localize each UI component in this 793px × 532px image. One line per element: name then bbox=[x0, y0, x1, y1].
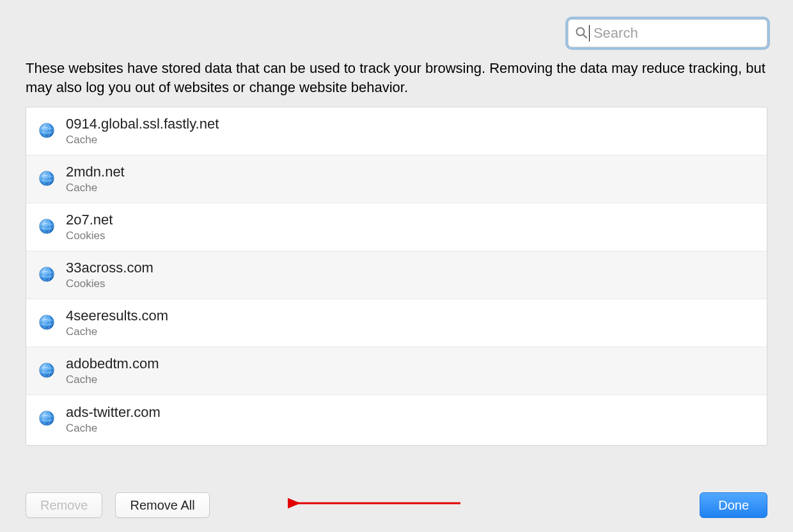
globe-icon bbox=[38, 313, 56, 333]
website-row-text: 2o7.net Cookies bbox=[66, 212, 113, 242]
globe-icon bbox=[38, 169, 56, 189]
svg-point-11 bbox=[40, 267, 54, 282]
website-row[interactable]: 4seeresults.com Cache bbox=[26, 299, 767, 347]
website-row-text: adobedtm.com Cache bbox=[66, 356, 159, 386]
remove-button: Remove bbox=[26, 492, 102, 518]
svg-point-17 bbox=[40, 363, 54, 378]
website-domain: 2mdn.net bbox=[66, 164, 125, 180]
website-row-text: 0914.global.ssl.fastly.net Cache bbox=[66, 116, 219, 146]
dialog-footer: Remove Remove All Done bbox=[26, 492, 767, 518]
website-data-type: Cache bbox=[66, 422, 161, 435]
website-domain: adobedtm.com bbox=[66, 356, 159, 372]
website-row-text: 33across.com Cookies bbox=[66, 260, 153, 290]
globe-icon bbox=[38, 361, 56, 381]
svg-point-2 bbox=[40, 123, 54, 138]
globe-icon bbox=[38, 217, 56, 237]
website-row-text: ads-twitter.com Cache bbox=[66, 404, 161, 435]
website-row-text: 2mdn.net Cache bbox=[66, 164, 125, 194]
globe-icon bbox=[38, 121, 56, 141]
website-domain: 0914.global.ssl.fastly.net bbox=[66, 116, 219, 132]
search-field[interactable] bbox=[568, 19, 767, 47]
website-row[interactable]: 2o7.net Cookies bbox=[26, 203, 767, 251]
svg-point-5 bbox=[40, 171, 54, 186]
globe-icon bbox=[38, 265, 56, 285]
globe-icon bbox=[38, 409, 56, 429]
website-data-type: Cookies bbox=[66, 230, 113, 242]
text-cursor bbox=[589, 25, 590, 42]
website-row[interactable]: 0914.global.ssl.fastly.net Cache bbox=[26, 107, 767, 155]
website-data-type: Cookies bbox=[66, 278, 153, 290]
website-domain: 33across.com bbox=[66, 260, 153, 276]
website-row[interactable]: adobedtm.com Cache bbox=[26, 347, 767, 395]
svg-line-1 bbox=[583, 35, 586, 38]
svg-point-8 bbox=[40, 219, 54, 234]
done-button[interactable]: Done bbox=[700, 492, 767, 518]
website-data-type: Cache bbox=[66, 134, 219, 146]
website-row[interactable]: 33across.com Cookies bbox=[26, 251, 767, 299]
svg-point-20 bbox=[40, 411, 54, 426]
description-text: These websites have stored data that can… bbox=[26, 59, 767, 97]
search-input[interactable] bbox=[593, 25, 760, 42]
remove-all-button[interactable]: Remove All bbox=[115, 492, 209, 518]
website-row[interactable]: ads-twitter.com Cache bbox=[26, 395, 767, 443]
website-data-type: Cache bbox=[66, 373, 159, 386]
website-domain: 4seeresults.com bbox=[66, 308, 168, 324]
website-row-text: 4seeresults.com Cache bbox=[66, 308, 168, 338]
website-domain: ads-twitter.com bbox=[66, 404, 161, 421]
website-domain: 2o7.net bbox=[66, 212, 113, 228]
search-icon bbox=[575, 26, 588, 41]
website-data-type: Cache bbox=[66, 325, 168, 338]
svg-point-14 bbox=[40, 315, 54, 330]
website-data-type: Cache bbox=[66, 182, 125, 194]
website-row[interactable]: 2mdn.net Cache bbox=[26, 155, 767, 203]
website-data-list[interactable]: 0914.global.ssl.fastly.net Cache 2mdn.ne… bbox=[26, 107, 767, 446]
